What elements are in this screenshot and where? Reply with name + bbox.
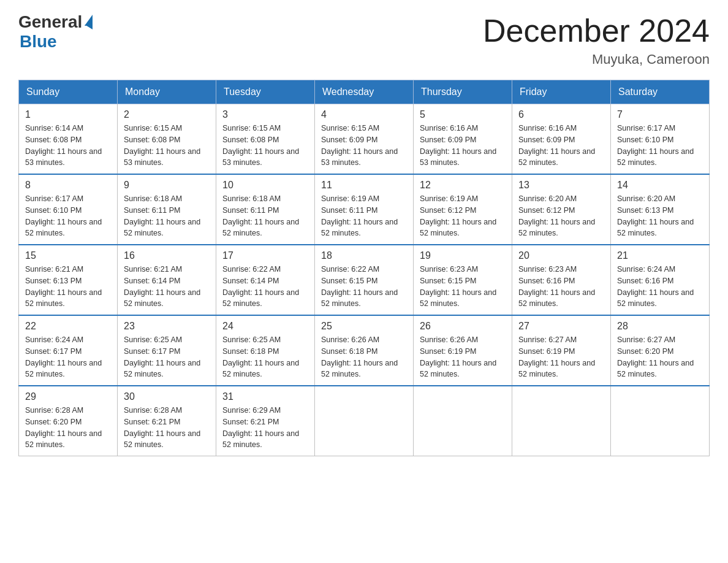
- daylight-label: Daylight: 11 hours and 52 minutes.: [25, 288, 102, 308]
- day-info: Sunrise: 6:27 AM Sunset: 6:19 PM Dayligh…: [518, 334, 604, 380]
- sunrise-label: Sunrise: 6:28 AM: [25, 406, 83, 415]
- table-row: 8 Sunrise: 6:17 AM Sunset: 6:10 PM Dayli…: [19, 174, 118, 245]
- daylight-label: Daylight: 11 hours and 52 minutes.: [617, 359, 694, 379]
- day-info: Sunrise: 6:20 AM Sunset: 6:12 PM Dayligh…: [518, 193, 604, 239]
- day-info: Sunrise: 6:15 AM Sunset: 6:08 PM Dayligh…: [222, 123, 308, 169]
- day-number: 23: [124, 321, 210, 332]
- sunrise-label: Sunrise: 6:21 AM: [25, 265, 83, 274]
- table-row: 26 Sunrise: 6:26 AM Sunset: 6:19 PM Dayl…: [414, 315, 512, 386]
- day-number: 20: [518, 250, 604, 261]
- sunset-label: Sunset: 6:16 PM: [617, 277, 673, 285]
- logo-blue-text: Blue: [20, 32, 57, 52]
- sunrise-label: Sunrise: 6:15 AM: [222, 124, 281, 132]
- day-number: 8: [25, 180, 111, 191]
- day-number: 7: [617, 109, 703, 120]
- sunset-label: Sunset: 6:20 PM: [617, 347, 673, 356]
- sunset-label: Sunset: 6:13 PM: [617, 206, 673, 215]
- page-header: General Blue December 2024 Muyuka, Camer…: [18, 12, 710, 67]
- table-row: [611, 386, 710, 456]
- title-section: December 2024 Muyuka, Cameroon: [483, 12, 710, 67]
- sunrise-label: Sunrise: 6:24 AM: [25, 335, 83, 344]
- sunset-label: Sunset: 6:11 PM: [222, 206, 279, 215]
- sunset-label: Sunset: 6:18 PM: [222, 347, 279, 356]
- day-info: Sunrise: 6:16 AM Sunset: 6:09 PM Dayligh…: [518, 123, 604, 169]
- day-info: Sunrise: 6:28 AM Sunset: 6:21 PM Dayligh…: [124, 405, 210, 451]
- calendar-week-row: 22 Sunrise: 6:24 AM Sunset: 6:17 PM Dayl…: [19, 315, 710, 386]
- daylight-label: Daylight: 11 hours and 52 minutes.: [25, 359, 102, 379]
- day-number: 17: [222, 250, 308, 261]
- day-info: Sunrise: 6:26 AM Sunset: 6:19 PM Dayligh…: [420, 334, 506, 380]
- table-row: 17 Sunrise: 6:22 AM Sunset: 6:14 PM Dayl…: [216, 245, 315, 315]
- sunset-label: Sunset: 6:16 PM: [518, 277, 575, 285]
- daylight-label: Daylight: 11 hours and 52 minutes.: [617, 288, 694, 308]
- daylight-label: Daylight: 11 hours and 53 minutes.: [222, 147, 299, 167]
- sunrise-label: Sunrise: 6:16 AM: [420, 124, 478, 132]
- day-info: Sunrise: 6:16 AM Sunset: 6:09 PM Dayligh…: [420, 123, 506, 169]
- table-row: [315, 386, 414, 456]
- table-row: 29 Sunrise: 6:28 AM Sunset: 6:20 PM Dayl…: [19, 386, 118, 456]
- daylight-label: Daylight: 11 hours and 52 minutes.: [518, 359, 595, 379]
- table-row: 23 Sunrise: 6:25 AM Sunset: 6:17 PM Dayl…: [118, 315, 216, 386]
- day-info: Sunrise: 6:25 AM Sunset: 6:17 PM Dayligh…: [124, 334, 210, 380]
- day-number: 27: [518, 321, 604, 332]
- calendar-week-row: 1 Sunrise: 6:14 AM Sunset: 6:08 PM Dayli…: [19, 104, 710, 175]
- day-number: 26: [420, 321, 506, 332]
- daylight-label: Daylight: 11 hours and 52 minutes.: [124, 288, 200, 308]
- daylight-label: Daylight: 11 hours and 52 minutes.: [518, 288, 595, 308]
- sunrise-label: Sunrise: 6:26 AM: [321, 335, 379, 344]
- day-number: 2: [124, 109, 210, 120]
- logo: General Blue: [18, 12, 93, 52]
- col-friday: Friday: [512, 80, 611, 104]
- daylight-label: Daylight: 11 hours and 52 minutes.: [124, 218, 200, 238]
- daylight-label: Daylight: 11 hours and 52 minutes.: [518, 218, 595, 238]
- col-monday: Monday: [118, 80, 216, 104]
- sunset-label: Sunset: 6:10 PM: [25, 206, 82, 215]
- sunset-label: Sunset: 6:09 PM: [321, 136, 377, 144]
- table-row: 7 Sunrise: 6:17 AM Sunset: 6:10 PM Dayli…: [611, 104, 710, 175]
- sunset-label: Sunset: 6:14 PM: [124, 277, 180, 285]
- sunrise-label: Sunrise: 6:18 AM: [124, 194, 182, 203]
- table-row: 20 Sunrise: 6:23 AM Sunset: 6:16 PM Dayl…: [512, 245, 611, 315]
- table-row: 24 Sunrise: 6:25 AM Sunset: 6:18 PM Dayl…: [216, 315, 315, 386]
- day-info: Sunrise: 6:17 AM Sunset: 6:10 PM Dayligh…: [25, 193, 111, 239]
- sunrise-label: Sunrise: 6:25 AM: [124, 335, 182, 344]
- sunrise-label: Sunrise: 6:23 AM: [420, 265, 478, 274]
- day-info: Sunrise: 6:15 AM Sunset: 6:08 PM Dayligh…: [124, 123, 210, 169]
- day-number: 13: [518, 180, 604, 191]
- calendar-week-row: 8 Sunrise: 6:17 AM Sunset: 6:10 PM Dayli…: [19, 174, 710, 245]
- daylight-label: Daylight: 11 hours and 53 minutes.: [124, 147, 200, 167]
- table-row: 3 Sunrise: 6:15 AM Sunset: 6:08 PM Dayli…: [216, 104, 315, 175]
- day-info: Sunrise: 6:21 AM Sunset: 6:13 PM Dayligh…: [25, 264, 111, 310]
- sunset-label: Sunset: 6:15 PM: [420, 277, 476, 285]
- table-row: 1 Sunrise: 6:14 AM Sunset: 6:08 PM Dayli…: [19, 104, 118, 175]
- day-number: 10: [222, 180, 308, 191]
- sunset-label: Sunset: 6:15 PM: [321, 277, 377, 285]
- sunset-label: Sunset: 6:11 PM: [124, 206, 180, 215]
- col-wednesday: Wednesday: [315, 80, 414, 104]
- sunrise-label: Sunrise: 6:27 AM: [518, 335, 577, 344]
- logo-general-text: General: [18, 12, 82, 32]
- calendar-header-row: Sunday Monday Tuesday Wednesday Thursday…: [19, 80, 710, 104]
- day-info: Sunrise: 6:22 AM Sunset: 6:14 PM Dayligh…: [222, 264, 308, 310]
- daylight-label: Daylight: 11 hours and 52 minutes.: [321, 218, 398, 238]
- sunset-label: Sunset: 6:08 PM: [222, 136, 279, 144]
- day-number: 15: [25, 250, 111, 261]
- table-row: 13 Sunrise: 6:20 AM Sunset: 6:12 PM Dayl…: [512, 174, 611, 245]
- calendar-week-row: 29 Sunrise: 6:28 AM Sunset: 6:20 PM Dayl…: [19, 386, 710, 456]
- table-row: 16 Sunrise: 6:21 AM Sunset: 6:14 PM Dayl…: [118, 245, 216, 315]
- day-number: 18: [321, 250, 407, 261]
- day-number: 21: [617, 250, 703, 261]
- day-info: Sunrise: 6:24 AM Sunset: 6:17 PM Dayligh…: [25, 334, 111, 380]
- daylight-label: Daylight: 11 hours and 52 minutes.: [617, 147, 694, 167]
- daylight-label: Daylight: 11 hours and 52 minutes.: [25, 218, 102, 238]
- sunrise-label: Sunrise: 6:29 AM: [222, 406, 281, 415]
- day-number: 3: [222, 109, 308, 120]
- day-number: 14: [617, 180, 703, 191]
- table-row: 21 Sunrise: 6:24 AM Sunset: 6:16 PM Dayl…: [611, 245, 710, 315]
- sunset-label: Sunset: 6:21 PM: [124, 418, 180, 426]
- table-row: 9 Sunrise: 6:18 AM Sunset: 6:11 PM Dayli…: [118, 174, 216, 245]
- col-tuesday: Tuesday: [216, 80, 315, 104]
- location-subtitle: Muyuka, Cameroon: [483, 52, 710, 67]
- table-row: 22 Sunrise: 6:24 AM Sunset: 6:17 PM Dayl…: [19, 315, 118, 386]
- day-info: Sunrise: 6:19 AM Sunset: 6:12 PM Dayligh…: [420, 193, 506, 239]
